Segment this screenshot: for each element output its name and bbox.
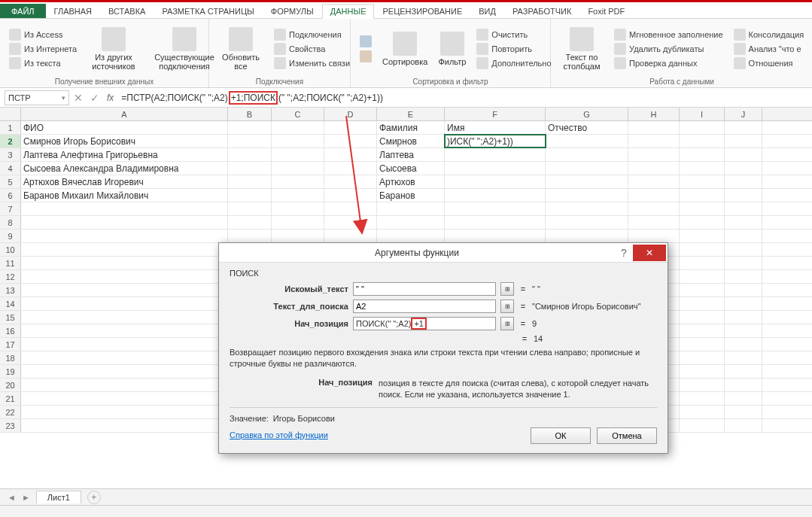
sort[interactable]: Сортировка — [379, 22, 430, 76]
consolidate[interactable]: Консолидация — [734, 29, 804, 41]
tab-review[interactable]: РЕЦЕНЗИРОВАНИЕ — [374, 4, 470, 18]
row-header[interactable]: 5 — [0, 175, 21, 188]
tab-file[interactable]: ФАЙЛ — [0, 4, 46, 18]
edit-links[interactable]: Изменить связи — [274, 57, 350, 69]
table-row[interactable]: 8 — [0, 216, 812, 230]
row-header[interactable]: 16 — [0, 324, 21, 337]
name-box[interactable]: ПСТР — [5, 90, 69, 105]
arg3-ref-icon[interactable]: ⊞ — [500, 317, 514, 330]
connections[interactable]: Подключения — [274, 29, 342, 41]
from-web[interactable]: Из Интернета — [9, 43, 77, 55]
row-header[interactable]: 1 — [0, 121, 21, 134]
function-arguments-dialog: Аргументы функции ? ✕ ПОИСК Искомый_текс… — [218, 242, 668, 454]
filter[interactable]: Фильтр — [435, 22, 469, 76]
dialog-close-icon[interactable]: ✕ — [633, 245, 666, 261]
formula-input[interactable]: =ПСТР(A2;ПОИСК(" ";A2)+1;ПОИСК(" ";A2;ПО… — [118, 90, 807, 105]
row-header[interactable]: 6 — [0, 189, 21, 202]
table-row[interactable]: 3 Лаптева Алефтина Григорьевна Лаптева — [0, 148, 812, 162]
tab-data[interactable]: ДАННЫЕ — [322, 4, 375, 19]
col-header-E[interactable]: E — [377, 108, 445, 120]
col-header-G[interactable]: G — [546, 108, 628, 120]
text-to-columns[interactable]: Текст по столбцам — [557, 22, 607, 76]
row-header[interactable]: 4 — [0, 162, 21, 175]
col-header-F[interactable]: F — [445, 108, 546, 120]
formula-highlight: +1;ПОИСК — [229, 91, 278, 105]
reapply[interactable]: Повторить — [476, 43, 532, 55]
value-label: Значение: — [230, 414, 269, 423]
remove-duplicates[interactable]: Удалить дубликаты — [614, 43, 704, 55]
sheet-tab[interactable]: Лист1 — [36, 491, 81, 503]
col-header-C[interactable]: C — [272, 108, 324, 120]
tab-view[interactable]: ВИД — [470, 4, 504, 18]
arg3-highlight: +1 — [411, 318, 427, 330]
row-header[interactable]: 21 — [0, 392, 21, 405]
table-row[interactable]: 6 Баранов Михаил Михайлович Баранов — [0, 189, 812, 202]
tab-pagelayout[interactable]: РАЗМЕТКА СТРАНИЦЫ — [154, 4, 262, 18]
arg1-input[interactable] — [353, 282, 496, 296]
table-row[interactable]: 5 Артюхов Вячеслав Игоревич Артюхов — [0, 175, 812, 189]
sort-az[interactable] — [357, 22, 375, 76]
clear-filter[interactable]: Очистить — [476, 29, 528, 41]
row-header[interactable]: 19 — [0, 365, 21, 378]
col-header-H[interactable]: H — [628, 108, 680, 120]
cancel-button[interactable]: Отмена — [597, 427, 657, 444]
table-row[interactable]: 1 ФИО ФамилияИмяОтчество — [0, 121, 812, 135]
row-header[interactable]: 15 — [0, 311, 21, 324]
advanced-filter[interactable]: Дополнительно — [476, 57, 551, 69]
table-row[interactable]: 4 Сысоева Александра Владимировна Сысоев… — [0, 162, 812, 175]
dialog-help-icon[interactable]: ? — [615, 247, 633, 259]
row-header[interactable]: 18 — [0, 351, 21, 364]
row-header[interactable]: 11 — [0, 257, 21, 269]
row-header[interactable]: 17 — [0, 338, 21, 351]
cancel-formula-icon[interactable]: ✕ — [74, 92, 83, 104]
data-validation[interactable]: Проверка данных — [614, 57, 697, 69]
row-header[interactable]: 9 — [0, 230, 21, 242]
row-header[interactable]: 2 — [0, 135, 21, 147]
row-header[interactable]: 8 — [0, 216, 21, 229]
arg2-input[interactable] — [353, 300, 496, 313]
row-header[interactable]: 10 — [0, 243, 21, 256]
col-header-D[interactable]: D — [324, 108, 377, 120]
group-label-datatools: Работа с данными — [557, 76, 807, 87]
arg1-ref-icon[interactable]: ⊞ — [500, 282, 514, 296]
row-header[interactable]: 7 — [0, 202, 21, 215]
table-row[interactable]: 7 — [0, 202, 812, 216]
tab-insert[interactable]: ВСТАВКА — [100, 4, 154, 18]
what-if[interactable]: Анализ "что е — [734, 43, 801, 55]
properties[interactable]: Свойства — [274, 43, 325, 55]
row-header[interactable]: 12 — [0, 270, 21, 283]
relationships[interactable]: Отношения — [734, 57, 793, 69]
from-access[interactable]: Из Access — [9, 29, 62, 41]
from-text[interactable]: Из текста — [9, 57, 61, 69]
col-header-B[interactable]: B — [228, 108, 272, 120]
tab-home[interactable]: ГЛАВНАЯ — [46, 4, 100, 18]
tab-developer[interactable]: РАЗРАБОТЧИК — [504, 4, 579, 18]
row-header[interactable]: 22 — [0, 406, 21, 418]
col-header-A[interactable]: A — [21, 108, 228, 120]
row-header[interactable]: 3 — [0, 148, 21, 161]
table-row[interactable]: 9 — [0, 230, 812, 243]
row-header[interactable]: 13 — [0, 284, 21, 297]
ok-button[interactable]: ОК — [531, 427, 591, 444]
tab-foxit[interactable]: Foxit PDF — [579, 4, 633, 18]
function-help-link[interactable]: Справка по этой функции — [230, 430, 328, 439]
add-sheet-icon[interactable]: + — [87, 491, 101, 504]
select-all-corner[interactable] — [0, 108, 21, 120]
table-row[interactable]: 2 Смирнов Игорь Борисович Смирнов)ИСК(" … — [0, 135, 812, 148]
flash-fill[interactable]: Мгновенное заполнение — [614, 29, 723, 41]
sheet-nav-prev-icon[interactable]: ◄ — [8, 493, 16, 502]
enter-formula-icon[interactable]: ✓ — [90, 92, 99, 104]
arg3-input[interactable]: ПОИСК(" ";A2)+1 — [353, 317, 496, 330]
fx-icon[interactable]: fx — [107, 93, 114, 103]
col-header-J[interactable]: J — [725, 108, 762, 120]
arg2-ref-icon[interactable]: ⊞ — [500, 300, 514, 313]
row-header[interactable]: 20 — [0, 379, 21, 391]
row-header[interactable]: 23 — [0, 419, 21, 432]
from-other[interactable]: Из других источников — [84, 22, 143, 76]
refresh-all[interactable]: Обновить все — [215, 22, 266, 76]
col-header-I[interactable]: I — [680, 108, 725, 120]
tab-formulas[interactable]: ФОРМУЛЫ — [263, 4, 322, 18]
sheet-nav-next-icon[interactable]: ► — [22, 493, 30, 502]
row-header[interactable]: 14 — [0, 297, 21, 310]
dialog-title: Аргументы функции — [219, 248, 615, 258]
